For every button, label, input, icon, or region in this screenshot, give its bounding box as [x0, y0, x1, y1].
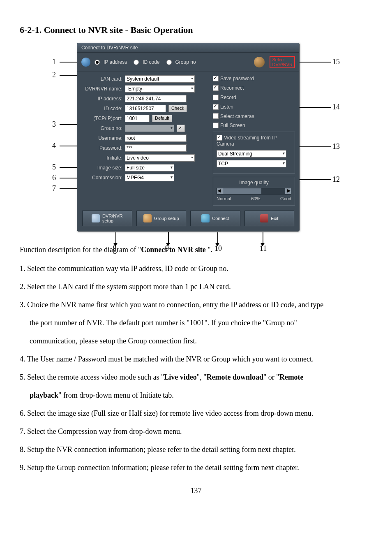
desc-item-5-line1: 5. Select the remote access video mode s… — [20, 370, 372, 385]
desc-item-6: 6. Select the image size (Full size or H… — [20, 406, 372, 421]
callout-15: 15 — [332, 58, 340, 66]
connect-button[interactable]: Connect — [190, 211, 240, 226]
desc-item-3-line2: the port number of NVR. The default port… — [20, 315, 372, 330]
full-screen-label: Full Screen — [220, 123, 245, 128]
password-label: Password: — [81, 145, 122, 151]
callout-11: 11 — [260, 244, 267, 253]
reconnect-label: Reconnect — [220, 85, 244, 91]
reconnect-checkbox[interactable] — [213, 85, 219, 91]
intro-text: Function description for the diagram of … — [20, 243, 372, 256]
username-input[interactable]: root — [125, 134, 187, 142]
port-input[interactable]: 1001 — [125, 115, 150, 122]
ip-address-label: IP address: — [81, 96, 122, 102]
callout-10: 10 — [214, 244, 222, 253]
video-streaming-checkbox[interactable] — [217, 135, 222, 141]
radio-id-code[interactable] — [134, 60, 139, 65]
callout-8: 8 — [113, 244, 116, 253]
lan-card-select[interactable]: System default — [125, 75, 195, 83]
streaming-mode-select[interactable]: Dual Streaming — [217, 150, 286, 158]
callout-6: 6 — [52, 174, 56, 182]
callout-3: 3 — [52, 120, 56, 129]
group-setup-button[interactable]: Group setup — [136, 211, 187, 226]
listen-label: Listen — [220, 104, 233, 110]
dialog-title: Connect to DVR/NVR site — [77, 43, 299, 53]
desc-item-9: 9. Setup the Group connection informatio… — [20, 460, 372, 475]
check-button[interactable]: Check — [168, 105, 187, 112]
port-label: (TCP/IP)port: — [81, 116, 122, 121]
listen-checkbox[interactable] — [213, 104, 219, 110]
exit-button[interactable]: Exit — [244, 211, 295, 226]
dvr-setup-button[interactable]: DVR/NVR setup — [82, 211, 132, 226]
dvr-name-select[interactable]: -Empty- — [125, 85, 195, 93]
save-password-checkbox[interactable] — [213, 76, 219, 81]
desc-item-8: 8. Setup the NVR connection information;… — [20, 442, 372, 457]
id-code-input[interactable]: 1316512507 — [125, 105, 166, 112]
record-checkbox[interactable] — [213, 95, 219, 100]
callout-1: 1 — [52, 58, 56, 66]
desc-item-7: 7. Select the Compression way from drop-… — [20, 424, 372, 439]
page-number: 137 — [20, 486, 372, 495]
image-quality-slider[interactable]: ◀ ▶ — [217, 188, 291, 195]
iq-percent-label: 60% — [251, 196, 260, 201]
callout-2: 2 — [52, 71, 56, 79]
globe-icon — [81, 58, 90, 67]
iq-normal-label: Normal — [217, 196, 231, 201]
dialog-diagram: 1 2 3 4 5 6 7 15 14 13 12 8 9 10 11 Conn… — [52, 43, 340, 232]
username-label: Username: — [81, 135, 122, 141]
group-setup-icon — [143, 214, 152, 222]
initiate-label: Initiate: — [81, 155, 122, 161]
select-dvr-button[interactable]: Select DVR/NVR — [270, 56, 295, 68]
select-cameras-label: Select cameras — [220, 113, 254, 119]
record-label: Record — [220, 95, 236, 100]
callout-7: 7 — [52, 184, 56, 193]
video-streaming-label: Video streaming from IP Camera — [217, 135, 277, 147]
group-no-label: Group no: — [81, 125, 122, 131]
callout-13: 13 — [332, 142, 340, 151]
image-quality-groupbox: Image quality ◀ ▶ Normal 60% Good — [213, 177, 295, 206]
dvr-setup-icon — [92, 214, 100, 222]
callout-14: 14 — [332, 103, 340, 111]
video-streaming-groupbox: Video streaming from IP Camera Dual Stre… — [213, 132, 295, 174]
radio-id-label: ID code — [143, 59, 159, 65]
radio-ip-label: IP address — [104, 59, 127, 65]
full-screen-checkbox[interactable] — [213, 123, 219, 128]
callout-5: 5 — [52, 163, 56, 171]
desc-item-4: 4. The User name / Password must be matc… — [20, 352, 372, 366]
group-go-button[interactable]: ↗ — [177, 125, 185, 132]
radio-ip-address[interactable] — [95, 60, 100, 65]
select-cameras-checkbox[interactable] — [213, 113, 219, 119]
dvr-name-label: DVR/NVR name: — [81, 86, 122, 92]
callout-4: 4 — [52, 141, 56, 150]
connect-icon — [201, 214, 210, 222]
password-input[interactable]: *** — [125, 144, 187, 152]
image-quality-title: Image quality — [217, 180, 291, 185]
desc-item-2: 2. Select the LAN card if the system sup… — [20, 279, 372, 294]
id-code-label: ID code: — [81, 106, 122, 111]
connect-dialog: Connect to DVR/NVR site IP address ID co… — [77, 43, 300, 232]
radio-group-no[interactable] — [166, 60, 172, 65]
callout-9: 9 — [165, 244, 169, 253]
desc-item-1: 1. Select the communication way via IP a… — [20, 261, 372, 276]
iq-good-label: Good — [280, 196, 291, 201]
desc-item-5-line2: playback" from drop-down menu of Initiat… — [20, 388, 372, 403]
compression-label: Compression: — [81, 175, 122, 181]
image-size-label: Image size: — [81, 165, 122, 171]
default-port-button[interactable]: Default — [152, 115, 172, 122]
initiate-select[interactable]: Live video — [125, 154, 195, 162]
select-dvr-icon — [254, 57, 265, 67]
image-size-select[interactable]: Full size — [125, 164, 174, 171]
group-no-select — [125, 125, 174, 132]
section-heading: 6-2-1. Connect to NVR site - Basic Opera… — [20, 25, 372, 35]
exit-icon — [260, 214, 268, 222]
lan-card-label: LAN card: — [81, 76, 122, 82]
compression-select[interactable]: MPEG4 — [125, 174, 174, 181]
radio-group-label: Group no — [175, 59, 196, 65]
desc-item-3-line3: communication, please setup the Group co… — [20, 334, 372, 348]
desc-item-3-line1: 3. Choice the NVR name first which you w… — [20, 297, 372, 312]
callout-12: 12 — [332, 175, 340, 184]
ip-address-input[interactable]: 221.246.241.74 — [125, 95, 187, 102]
save-password-label: Save password — [220, 76, 254, 81]
streaming-protocol-select[interactable]: TCP — [217, 160, 286, 167]
